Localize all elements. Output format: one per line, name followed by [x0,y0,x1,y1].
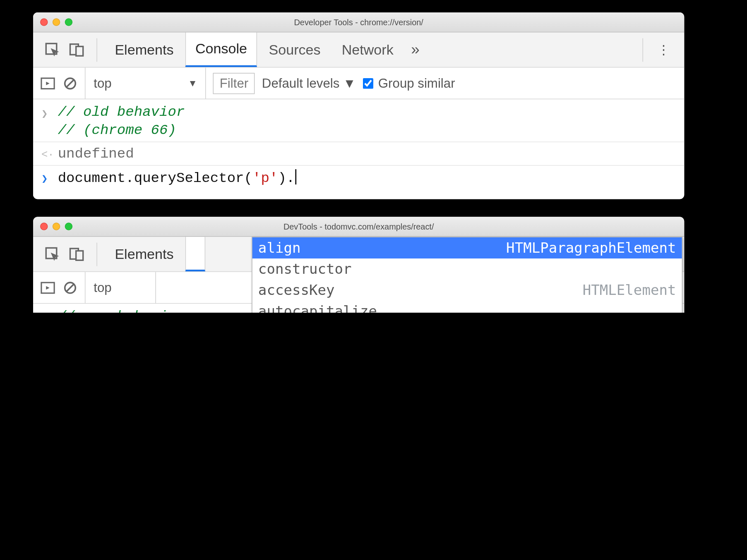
svg-rect-2 [76,46,83,56]
levels-label: Default levels [262,76,340,91]
device-toggle-icon[interactable] [66,243,89,265]
tab-elements[interactable]: Elements [106,237,183,271]
tab-network[interactable]: Network [332,32,403,67]
clear-console-icon[interactable] [62,76,78,91]
console-input[interactable]: document.querySelector('p'). [58,169,676,186]
tab-console-hidden[interactable] [185,237,205,271]
group-similar-checkbox[interactable]: Group similar [363,76,455,91]
context-selector[interactable]: top ▼ [85,67,206,98]
device-toggle-icon[interactable] [66,38,89,61]
console-output: undefined [58,146,134,161]
window-title: Developer Tools - chrome://version/ [33,17,684,27]
autocomplete-type: HTMLElement [583,282,676,299]
autocomplete-label: accessKey [258,282,335,299]
more-tabs-icon[interactable]: » [405,41,425,59]
devtools-window-1: Developer Tools - chrome://version/ Elem… [33,12,684,199]
console-sidebar-toggle-icon[interactable] [40,76,55,91]
autocomplete-type: HTMLParagraphElement [506,240,676,256]
filter-input[interactable]: Filter [213,73,255,94]
console-filter-bar: top ▼ Filter Default levels ▼ Group simi… [33,67,684,99]
group-similar-input[interactable] [363,78,374,89]
autocomplete-label: autocapitalize [258,303,377,313]
tab-elements[interactable]: Elements [106,32,183,67]
tab-console[interactable]: Console [185,32,257,67]
devtools-window-2: DevTools - todomvc.com/examples/react/ E… [33,217,684,313]
titlebar[interactable]: Developer Tools - chrome://version/ [33,12,684,32]
console-comment: // new behavior [58,309,185,313]
console-sidebar-toggle-icon[interactable] [40,280,55,295]
inspect-icon[interactable] [41,38,64,61]
console-comment: // old behavior [58,104,185,120]
console-comment: // (chrome 66) [58,122,176,138]
autocomplete-item[interactable]: accessKeyHTMLElement [252,280,682,301]
output-marker-icon: <· [41,146,52,160]
svg-line-5 [66,79,74,87]
context-label: top [94,280,111,295]
dropdown-icon: ▼ [188,78,197,89]
autocomplete-label: constructor [258,261,352,278]
autocomplete-popup[interactable]: alignHTMLParagraphElementconstructoracce… [252,237,682,313]
context-label: top [94,76,111,91]
window-title: DevTools - todomvc.com/examples/react/ [33,222,684,231]
text-cursor [295,169,297,184]
levels-selector[interactable]: Default levels ▼ [262,76,356,91]
context-selector[interactable]: top [85,272,156,303]
dropdown-icon: ▼ [343,76,356,91]
console-body: ❯ // old behavior // (chrome 66) <· unde… [33,99,684,199]
prompt-marker-icon: ❯ [41,169,52,185]
autocomplete-item[interactable]: autocapitalize [252,301,682,313]
autocomplete-label: align [258,240,301,256]
group-similar-label: Group similar [378,76,455,91]
input-marker-icon: ❯ [41,309,52,313]
clear-console-icon[interactable] [62,280,78,295]
autocomplete-item[interactable]: alignHTMLParagraphElement [252,237,682,258]
kebab-menu-icon[interactable]: ⋮ [651,42,676,57]
input-marker-icon: ❯ [41,104,52,120]
titlebar[interactable]: DevTools - todomvc.com/examples/react/ [33,217,684,237]
tab-bar: Elements Console Sources Network » ⋮ [33,32,684,67]
svg-line-11 [66,283,74,292]
svg-rect-8 [76,251,83,260]
inspect-icon[interactable] [41,243,64,265]
autocomplete-item[interactable]: constructor [252,258,682,280]
tab-sources[interactable]: Sources [259,32,330,67]
